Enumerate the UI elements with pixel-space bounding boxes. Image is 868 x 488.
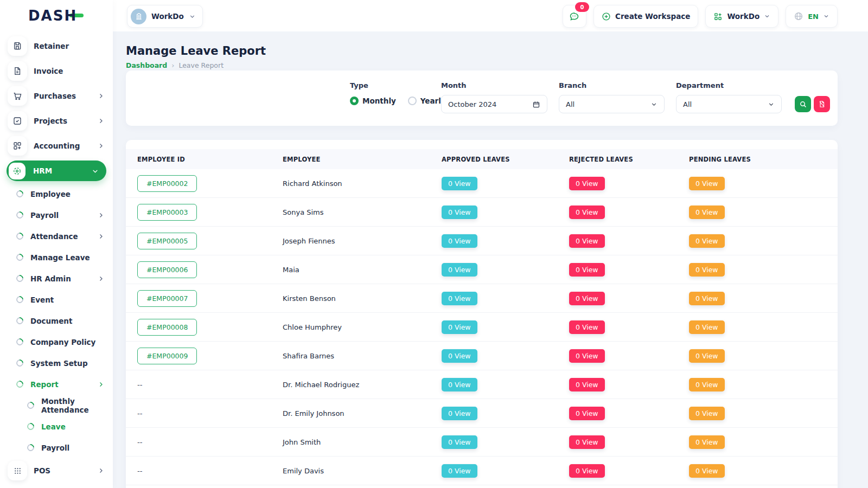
main-content: Manage Leave Report Dashboard › Leave Re… [113,31,868,69]
branch-select[interactable]: All [559,95,665,113]
branch-label: Branch [559,81,665,89]
app-logo[interactable]: DASH [0,0,113,31]
employee-id-badge[interactable]: #EMP00009 [137,348,197,364]
rejected-view-badge[interactable]: 0 View [569,435,605,449]
chevron-down-icon [768,101,775,108]
approved-view-badge[interactable]: 0 View [442,464,477,478]
approved-view-badge[interactable]: 0 View [442,177,477,190]
sidebar-item-projects[interactable]: Projects [0,108,113,133]
approved-view-badge[interactable]: 0 View [442,206,477,219]
app-menu-button[interactable]: WorkDo [705,5,778,28]
approved-view-badge[interactable]: 0 View [442,292,477,305]
topbar: WorkDo 0 Create Workspace WorkDo [0,0,868,31]
sidebar-item-company-policy[interactable]: Company Policy [0,331,113,352]
sidebar-item-purchases[interactable]: Purchases [0,84,113,108]
rejected-view-badge[interactable]: 0 View [569,349,605,363]
employee-id-badge[interactable]: #EMP00006 [137,261,197,278]
sidebar-item-hrm[interactable]: HRM [7,160,106,181]
workspace-switcher[interactable]: WorkDo [127,5,203,28]
invoice-icon [8,61,27,81]
approved-view-badge[interactable]: 0 View [442,263,477,277]
breadcrumb-separator: › [171,61,174,69]
employee-id-badge[interactable]: #EMP00008 [137,319,197,336]
approved-view-badge[interactable]: 0 View [442,349,477,363]
approved-view-badge[interactable]: 0 View [442,378,477,391]
rejected-view-badge[interactable]: 0 View [569,378,605,391]
sidebar-item-payroll[interactable]: Payroll [0,204,113,226]
rejected-view-badge[interactable]: 0 View [569,320,605,334]
pending-view-badge[interactable]: 0 View [689,464,725,478]
approved-view-badge[interactable]: 0 View [442,234,477,248]
create-workspace-button[interactable]: Create Workspace [593,5,698,28]
chevron-right-icon [98,143,104,149]
search-button[interactable] [795,96,811,112]
building-icon [135,12,143,21]
sidebar-item-retainer[interactable]: Retainer [0,34,113,59]
messages-button[interactable]: 0 [563,5,586,28]
table-row: --Dr. Michael Rodriguez0 View0 View0 Vie… [126,370,838,399]
column-header: Approved Leaves [442,156,569,163]
language-selector[interactable]: EN [786,5,838,28]
employee-id-badge[interactable]: #EMP00002 [137,175,197,192]
pending-view-badge[interactable]: 0 View [689,234,725,248]
sidebar-item-manage-leave[interactable]: Manage Leave [0,247,113,268]
chevron-right-icon [98,212,104,219]
pending-view-badge[interactable]: 0 View [689,378,725,391]
sidebar-item-hr-admin[interactable]: HR Admin [0,268,113,289]
filter-card: Type Monthly Yearly Month October 2024 [126,70,838,126]
chevron-down-icon [189,13,196,20]
table-row: #EMP00007Kirsten Benson0 View0 View0 Vie… [126,284,838,312]
messages-badge: 0 [575,2,589,12]
rejected-view-badge[interactable]: 0 View [569,407,605,420]
sidebar-item-payroll[interactable]: Payroll [0,437,113,458]
pending-view-badge[interactable]: 0 View [689,292,725,305]
sidebar-item-employee[interactable]: Employee [0,183,113,204]
approved-view-badge[interactable]: 0 View [442,435,477,449]
employee-id-badge[interactable]: #EMP00003 [137,204,197,221]
chevron-down-icon [92,168,99,175]
table-row: #EMP00009Shafira Barnes0 View0 View0 Vie… [126,341,838,370]
sidebar-item-pos[interactable]: POS [0,458,113,483]
calendar-icon [532,100,540,108]
type-monthly-radio[interactable]: Monthly [350,97,396,105]
employee-id-badge[interactable]: #EMP00005 [137,233,197,249]
sidebar-item-attendance[interactable]: Attendance [0,226,113,247]
sidebar-item-system-setup[interactable]: System Setup [0,352,113,374]
rejected-view-badge[interactable]: 0 View [569,464,605,478]
bullet-icon [15,316,24,325]
table-row: --Dr. Emily Johnson0 View0 View0 View [126,399,838,427]
approved-view-badge[interactable]: 0 View [442,407,477,420]
approved-view-badge[interactable]: 0 View [442,320,477,334]
pending-view-badge[interactable]: 0 View [689,263,725,277]
pending-view-badge[interactable]: 0 View [689,349,725,363]
rejected-view-badge[interactable]: 0 View [569,263,605,277]
rejected-view-badge[interactable]: 0 View [569,206,605,219]
rejected-view-badge[interactable]: 0 View [569,177,605,190]
pending-view-badge[interactable]: 0 View [689,320,725,334]
reset-filter-button[interactable] [814,96,830,112]
pending-view-badge[interactable]: 0 View [689,407,725,420]
sidebar-item-accounting[interactable]: Accounting [0,133,113,158]
bullet-icon [15,252,24,262]
employee-id-badge[interactable]: #EMP00007 [137,290,197,307]
sidebar-item-document[interactable]: Document [0,310,113,331]
sidebar-item-leave[interactable]: Leave [0,416,113,437]
sidebar-item-report[interactable]: Report [0,374,113,395]
sidebar-item-event[interactable]: Event [0,289,113,310]
pending-view-badge[interactable]: 0 View [689,435,725,449]
rejected-view-badge[interactable]: 0 View [569,234,605,248]
search-icon [799,100,807,108]
month-input[interactable]: October 2024 [441,95,547,113]
department-select[interactable]: All [676,95,782,113]
sidebar-item-monthly-attendance[interactable]: Monthly Attendance [0,395,113,416]
grid-plus-icon [713,12,723,21]
rejected-view-badge[interactable]: 0 View [569,292,605,305]
breadcrumb-dashboard-link[interactable]: Dashboard [126,61,167,69]
pending-view-badge[interactable]: 0 View [689,177,725,190]
sidebar-item-invoice[interactable]: Invoice [0,59,113,84]
pending-view-badge[interactable]: 0 View [689,206,725,219]
type-yearly-radio[interactable]: Yearly [408,97,446,105]
employee-id-empty: -- [137,381,283,389]
bullet-icon [15,294,24,304]
employee-id-empty: -- [137,438,283,446]
